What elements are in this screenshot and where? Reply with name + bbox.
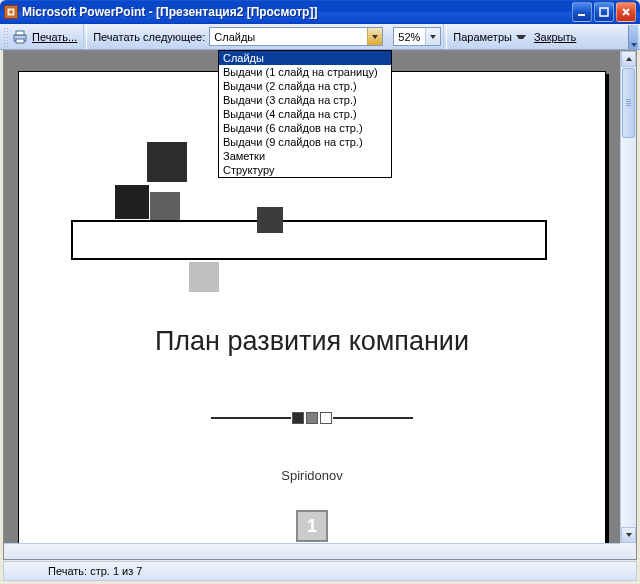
scroll-down-button[interactable] xyxy=(621,527,636,543)
scroll-up-button[interactable] xyxy=(621,51,636,67)
options-button[interactable]: Параметры xyxy=(449,28,530,46)
toolbar-divider xyxy=(443,24,447,49)
svg-point-1 xyxy=(9,10,13,14)
option-notes[interactable]: Заметки xyxy=(219,149,391,163)
decoration-square xyxy=(257,207,283,233)
option-handouts-6[interactable]: Выдачи (6 слайдов на стр.) xyxy=(219,121,391,135)
svg-rect-3 xyxy=(600,8,608,16)
print-what-value: Слайды xyxy=(214,31,255,43)
print-button[interactable]: Печать... xyxy=(8,26,81,48)
option-handouts-2[interactable]: Выдачи (2 слайда на стр.) xyxy=(219,79,391,93)
close-preview-button[interactable]: Закрыть xyxy=(530,28,580,46)
option-handouts-9[interactable]: Выдачи (9 слайдов на стр.) xyxy=(219,135,391,149)
option-handouts-3[interactable]: Выдачи (3 слайда на стр.) xyxy=(219,93,391,107)
zoom-value: 52% xyxy=(398,31,420,43)
close-window-button[interactable] xyxy=(616,2,636,22)
app-icon xyxy=(4,5,18,19)
title-bar: Microsoft PowerPoint - [Презентация2 [Пр… xyxy=(0,0,640,24)
print-what-options-list: Слайды Выдачи (1 слайд на страницу) Выда… xyxy=(218,50,392,178)
scroll-thumb[interactable] xyxy=(622,68,635,138)
decoration-bar xyxy=(71,220,547,260)
status-text: Печать: стр. 1 из 7 xyxy=(48,565,142,577)
toolbar-overflow[interactable] xyxy=(628,25,638,49)
option-slides[interactable]: Слайды xyxy=(219,51,391,65)
option-handouts-4[interactable]: Выдачи (4 слайда на стр.) xyxy=(219,107,391,121)
status-bar: Печать: стр. 1 из 7 xyxy=(3,561,637,581)
print-label: Печать... xyxy=(32,31,77,43)
horizontal-scrollbar[interactable] xyxy=(4,543,620,559)
print-preview-toolbar: Печать... Печатать следующее: Слайды 52%… xyxy=(0,24,640,50)
svg-rect-2 xyxy=(578,14,585,16)
decoration-square xyxy=(147,142,187,182)
scroll-corner xyxy=(620,543,636,559)
toolbar-divider xyxy=(83,24,87,49)
print-what-label: Печатать следующее: xyxy=(93,31,205,43)
svg-rect-6 xyxy=(16,39,24,43)
svg-rect-5 xyxy=(16,31,24,35)
minimize-button[interactable] xyxy=(572,2,592,22)
chevron-down-icon xyxy=(516,35,526,39)
decoration-square xyxy=(115,185,149,219)
window-controls xyxy=(572,2,636,22)
slide-title: План развития компании xyxy=(19,326,605,357)
printer-icon xyxy=(12,29,28,45)
ornament-divider xyxy=(19,412,605,424)
print-what-dropdown[interactable]: Слайды xyxy=(209,27,383,46)
zoom-dropdown[interactable]: 52% xyxy=(393,27,441,46)
maximize-button[interactable] xyxy=(594,2,614,22)
decoration-square xyxy=(189,262,219,292)
window-title: Microsoft PowerPoint - [Презентация2 [Пр… xyxy=(22,5,317,19)
decoration-square xyxy=(150,192,180,222)
zoom-toggle-icon[interactable] xyxy=(425,28,440,45)
dropdown-toggle-icon[interactable] xyxy=(367,28,382,45)
option-handouts-1[interactable]: Выдачи (1 слайд на страницу) xyxy=(219,65,391,79)
slide-author: Spiridonov xyxy=(19,468,605,483)
page-number-badge: 1 xyxy=(296,510,328,542)
vertical-scrollbar[interactable] xyxy=(620,51,636,543)
option-outline[interactable]: Структуру xyxy=(219,163,391,177)
